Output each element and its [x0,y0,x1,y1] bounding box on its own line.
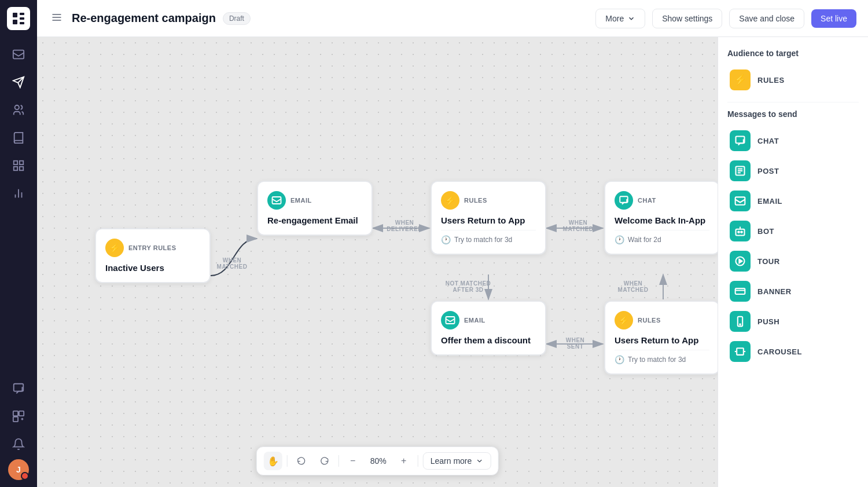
email-panel-icon [730,191,751,211]
sidebar-item-apps[interactable] [6,404,31,429]
bottom-toolbar: ✋ − 80% + Learn more [256,446,499,475]
node-rules2-type: RULES [638,317,661,324]
menu-icon[interactable] [49,9,65,28]
panel-item-bot[interactable]: BOT [727,216,859,246]
user-avatar[interactable]: J [8,459,29,480]
svg-point-6 [15,105,19,109]
toolbar-divider2 [339,455,339,467]
node-entry-type: ENTRY RULES [128,244,176,251]
panel-item-tour[interactable]: TOUR [727,246,859,276]
page-title: Re-engagement campaign [72,12,216,25]
toolbar-divider1 [287,455,288,467]
sidebar: J [0,0,37,487]
bot-panel-label: BOT [757,227,774,236]
topbar: Re-engagement campaign Draft More Show s… [37,0,868,37]
banner-panel-label: BANNER [757,287,792,296]
node-email1-title: Re-engagement Email [267,215,362,225]
sidebar-item-analytics[interactable] [6,181,31,206]
learn-more-button[interactable]: Learn more [423,452,491,470]
svg-rect-5 [13,50,24,59]
node-email2-icon [441,311,459,329]
panel-divider [727,102,859,102]
sidebar-item-campaigns[interactable] [6,69,31,95]
hand-tool-button[interactable]: ✋ [264,452,282,470]
node-chat-type: CHAT [638,197,656,204]
svg-rect-10 [20,167,23,170]
chat-panel-label: CHAT [757,137,779,145]
post-panel-icon [730,160,751,181]
panel-item-chat[interactable]: CHAT [727,126,859,156]
status-badge: Draft [223,12,251,25]
node-rules2[interactable]: ⚡ RULES Users Return to App 🕐 Try to mat… [604,301,718,375]
node-rules1-title: Users Return to App [441,215,536,225]
node-chat-icon [615,191,633,210]
svg-marker-41 [739,259,742,263]
label-email-rules: WHENDELIVERED [384,219,425,232]
undo-button[interactable] [292,452,311,470]
node-rules1[interactable]: ⚡ RULES Users Return to App 🕐 Try to mat… [431,181,546,255]
sidebar-item-reports[interactable] [6,153,31,178]
label-entry-email: WHENMATCHED [212,257,252,270]
carousel-panel-icon [730,341,751,362]
node-email1-type: EMAIL [290,197,312,204]
app-logo[interactable] [7,7,30,30]
set-live-button[interactable]: Set live [811,9,856,28]
node-entry-title: Inactive Users [105,263,200,273]
banner-panel-icon [730,281,751,302]
node-email2[interactable]: EMAIL Offer them a discount [431,301,546,356]
svg-rect-0 [13,13,17,17]
sidebar-item-notifications[interactable] [6,431,31,457]
sidebar-item-inbox[interactable] [6,42,31,67]
node-entry-rules[interactable]: ⚡ ENTRY RULES Inactive Users [95,228,211,283]
clock-icon: 🕐 [441,235,451,244]
rules-icon: ⚡ [730,69,751,90]
sidebar-item-chat[interactable] [6,376,31,401]
save-close-button[interactable]: Save and close [729,9,804,28]
node-email1-icon [267,191,286,210]
panel-item-push[interactable]: PUSH [727,306,859,336]
svg-rect-42 [735,288,745,294]
node-rules1-type: RULES [464,197,487,204]
label-not-matched: NOT MATCHED AFTER 3D [436,280,500,293]
canvas[interactable]: WHENMATCHED WHENDELIVERED WHENMATCHED NO… [37,37,718,487]
node-rules1-meta: 🕐 Try to match for 3d [441,230,536,244]
svg-rect-1 [20,13,24,15]
node-email2-type: EMAIL [464,317,486,324]
node-email2-title: Offer them a discount [441,335,536,345]
svg-rect-3 [13,20,17,24]
sidebar-item-contacts[interactable] [6,97,31,123]
right-panel: Audience to target ⚡ RULES Messages to s… [718,37,868,487]
node-chat-title: Welcome Back In-App [615,215,709,225]
panel-item-rules[interactable]: ⚡ RULES [727,65,859,95]
node-rules2-meta: 🕐 Try to match for 3d [615,350,709,364]
rules-label: RULES [757,76,785,85]
sidebar-item-knowledge[interactable] [6,125,31,151]
node-rules1-icon: ⚡ [441,191,459,210]
carousel-panel-label: CAROUSEL [757,347,802,356]
panel-item-email[interactable]: EMAIL [727,186,859,216]
svg-rect-16 [19,411,24,416]
panel-item-carousel[interactable]: CAROUSEL [727,336,859,367]
node-chat[interactable]: CHAT Welcome Back In-App 🕐 Wait for 2d [604,181,718,255]
zoom-level: 80% [367,456,390,466]
redo-button[interactable] [315,452,334,470]
zoom-out-button[interactable]: − [344,452,362,470]
show-settings-button[interactable]: Show settings [652,9,722,28]
label-rules-chat: WHENMATCHED [558,219,598,232]
clock-icon3: 🕐 [615,355,624,364]
svg-rect-17 [13,417,18,422]
node-email1[interactable]: EMAIL Re-engagement Email [257,181,373,236]
svg-rect-8 [20,161,23,164]
node-rules2-title: Users Return to App [615,335,709,345]
zoom-in-button[interactable]: + [395,452,413,470]
messages-section-title: Messages to send [727,109,859,119]
node-rules2-icon: ⚡ [615,311,633,329]
panel-item-post[interactable]: POST [727,156,859,186]
panel-item-banner[interactable]: BANNER [727,276,859,306]
push-panel-label: PUSH [757,317,779,326]
label-when-sent: WHENSENT [555,337,595,350]
svg-rect-4 [20,22,24,24]
svg-point-45 [740,324,741,325]
more-button[interactable]: More [595,9,645,28]
label-when-matched2: WHEN MATCHED [610,280,656,293]
